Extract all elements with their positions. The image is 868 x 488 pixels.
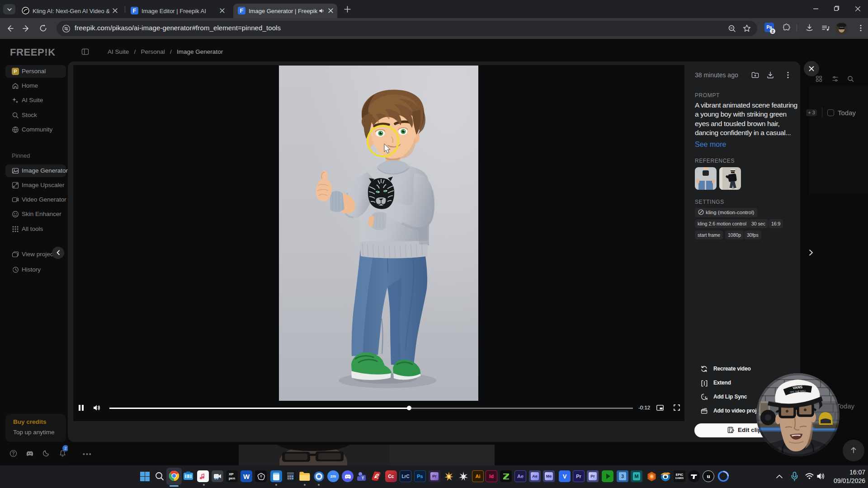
svg-text:T: T — [361, 476, 364, 480]
